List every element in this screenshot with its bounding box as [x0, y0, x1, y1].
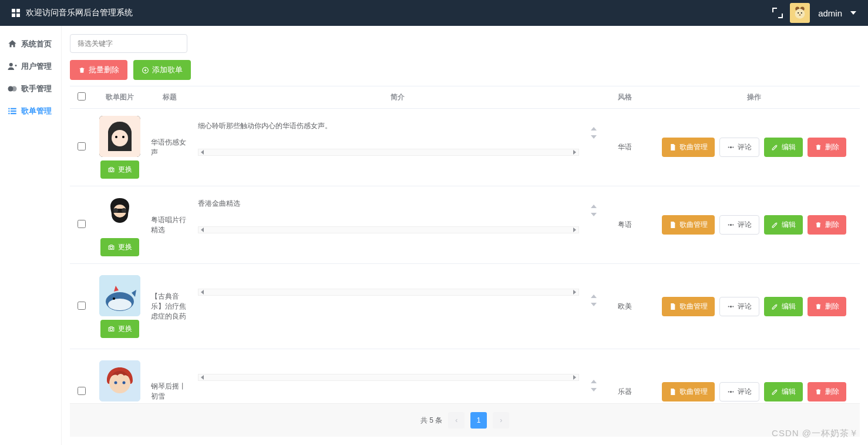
edit-button[interactable]: 编辑 [764, 382, 803, 401]
add-playlist-button[interactable]: 添加歌单 [133, 60, 191, 80]
row-style: 乐器 [601, 349, 648, 405]
scroll-left-icon[interactable] [201, 375, 204, 380]
user-menu-caret-icon[interactable] [850, 11, 856, 15]
comment-button[interactable]: 评论 [719, 297, 759, 316]
comment-button[interactable]: 评论 [719, 215, 759, 235]
home-icon [7, 39, 18, 49]
delete-button[interactable]: 删除 [808, 215, 846, 235]
arrow-down-icon[interactable] [591, 135, 597, 139]
arrow-up-icon[interactable] [591, 295, 597, 298]
page-number[interactable]: 1 [470, 412, 487, 429]
nav-playlist[interactable]: 歌单管理 [0, 100, 61, 122]
row-title: 华语伤感女声 [146, 109, 193, 186]
playlist-table: 歌单图片 标题 简介 风格 操作 更换 华语伤感女声 [70, 86, 860, 404]
song-manage-button[interactable]: 歌曲管理 [662, 215, 715, 235]
file-icon [669, 388, 677, 396]
replace-button[interactable]: 更换 [100, 160, 139, 179]
comment-icon [727, 303, 735, 310]
col-img: 歌单图片 [93, 86, 146, 109]
sidebar: 系统首页 用户管理 歌手管理 歌单管理 [0, 26, 61, 445]
arrow-down-icon[interactable] [591, 388, 597, 392]
nav-home[interactable]: 系统首页 [0, 33, 61, 55]
svg-point-4 [801, 12, 802, 14]
playlist-thumbnail [99, 360, 140, 401]
file-icon [669, 221, 677, 229]
arrow-down-icon[interactable] [591, 213, 597, 216]
comment-button[interactable]: 评论 [719, 382, 759, 401]
row-checkbox[interactable] [78, 387, 86, 395]
app-grid-icon[interactable] [12, 9, 20, 17]
svg-point-8 [12, 86, 17, 92]
col-checkbox [70, 86, 93, 109]
trash-icon [815, 221, 822, 229]
edit-button[interactable]: 编辑 [764, 215, 803, 235]
arrow-up-icon[interactable] [591, 205, 597, 208]
artist-icon [7, 83, 18, 94]
table-row: 更换 钢琴后摇丨初雪 乐器 歌曲管理 评论 [70, 349, 860, 405]
avatar[interactable] [790, 3, 810, 23]
row-checkbox[interactable] [78, 220, 86, 228]
scroll-left-icon[interactable] [201, 290, 204, 295]
row-checkbox[interactable] [78, 302, 86, 310]
svg-point-17 [112, 130, 128, 146]
svg-rect-13 [8, 113, 9, 114]
svg-rect-10 [11, 108, 16, 109]
page-prev[interactable]: ‹ [448, 412, 465, 429]
col-intro: 简介 [193, 86, 601, 109]
horizontal-scrollbar[interactable] [198, 226, 579, 233]
replace-button[interactable]: 更换 [100, 320, 139, 338]
scroll-right-icon[interactable] [573, 290, 576, 295]
horizontal-scrollbar[interactable] [198, 289, 579, 296]
main-content: 批量删除 添加歌单 歌单图片 标题 简介 风格 操作 [61, 26, 868, 445]
delete-button[interactable]: 删除 [808, 382, 846, 401]
svg-point-37 [110, 327, 112, 330]
intro-text: 香港金曲精选 [198, 199, 579, 209]
table-row: 更换 【古典音乐】治疗焦虑症的良药 欧美 歌曲管理 评论 [70, 264, 860, 349]
arrow-down-icon[interactable] [591, 303, 597, 306]
intro-cell [198, 374, 597, 404]
delete-button[interactable]: 删除 [808, 297, 846, 316]
page-next[interactable]: › [493, 412, 509, 429]
song-manage-button[interactable]: 歌曲管理 [662, 297, 715, 316]
fullscreen-icon[interactable] [773, 9, 782, 17]
row-style: 欧美 [601, 264, 648, 349]
edit-icon [771, 221, 779, 229]
song-manage-button[interactable]: 歌曲管理 [662, 138, 715, 157]
nav-artist[interactable]: 歌手管理 [0, 78, 61, 100]
table-row: 更换 粤语唱片行精选 香港金曲精选 粤语 歌曲管理 评论 [70, 186, 860, 264]
row-title: 钢琴后摇丨初雪 [146, 349, 193, 405]
svg-point-44 [123, 381, 126, 384]
replace-button[interactable]: 更换 [100, 238, 139, 256]
scroll-right-icon[interactable] [573, 150, 576, 155]
edit-button[interactable]: 编辑 [764, 297, 803, 316]
song-manage-button[interactable]: 歌曲管理 [662, 382, 715, 401]
trash-icon [78, 66, 86, 74]
row-checkbox[interactable] [78, 142, 86, 150]
scroll-right-icon[interactable] [573, 375, 576, 380]
nav-user[interactable]: 用户管理 [0, 55, 61, 78]
scroll-left-icon[interactable] [201, 150, 204, 155]
arrow-up-icon[interactable] [591, 380, 597, 383]
file-icon [669, 143, 677, 151]
watermark: CSDN @一杯奶茶￥ [772, 428, 859, 439]
intro-cell: 细心聆听那些触动你内心的华语伤感女声。 [198, 121, 597, 174]
search-input[interactable] [70, 34, 187, 53]
table-wrapper[interactable]: 歌单图片 标题 简介 风格 操作 更换 华语伤感女声 [70, 86, 860, 404]
svg-point-31 [728, 224, 729, 225]
horizontal-scrollbar[interactable] [198, 374, 579, 381]
comment-button[interactable]: 评论 [719, 138, 759, 157]
horizontal-scrollbar[interactable] [198, 149, 579, 156]
arrow-up-icon[interactable] [591, 127, 597, 131]
scroll-right-icon[interactable] [573, 227, 576, 232]
svg-point-43 [115, 381, 117, 384]
svg-point-28 [122, 208, 126, 213]
svg-point-19 [122, 136, 125, 138]
nav-label: 用户管理 [21, 61, 52, 72]
svg-point-32 [732, 224, 734, 225]
scroll-left-icon[interactable] [201, 227, 204, 232]
batch-delete-button[interactable]: 批量删除 [70, 60, 127, 80]
edit-button[interactable]: 编辑 [764, 138, 803, 157]
svg-point-27 [113, 208, 118, 213]
delete-button[interactable]: 删除 [808, 138, 846, 157]
check-all[interactable] [78, 92, 86, 101]
